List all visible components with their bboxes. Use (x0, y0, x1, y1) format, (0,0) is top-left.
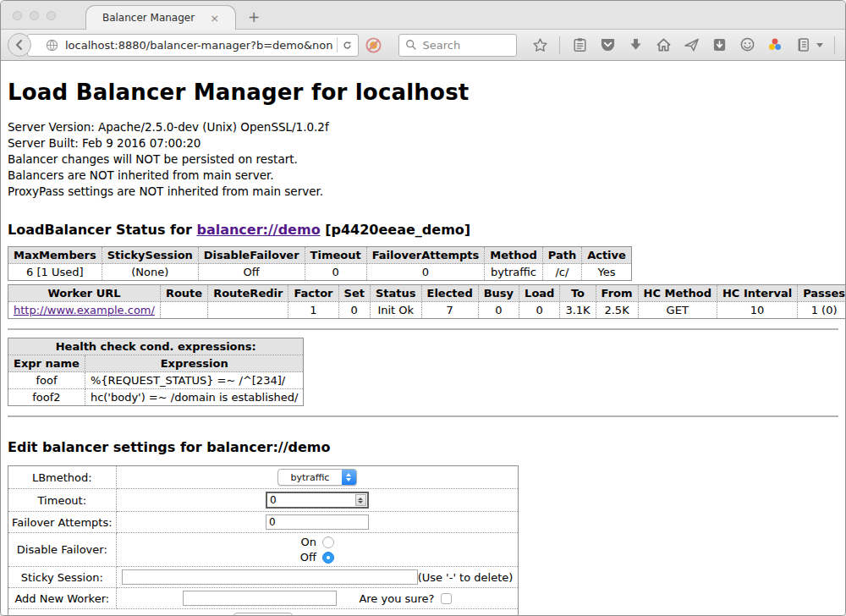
on-label: On (301, 536, 316, 548)
proxypass-notice: ProxyPass settings are NOT inherited fro… (8, 184, 838, 200)
timeout-value: 0 (267, 493, 354, 507)
table-header-row: Expr name Expression (8, 355, 304, 372)
col-stickysession: StickySession (102, 247, 198, 264)
table-row: 6 [1 Used] (None) Off 0 0 bytraffic /c/ … (8, 264, 632, 281)
disable-failover-on-radio[interactable] (322, 536, 334, 548)
loadbalancer-status-heading: LoadBalancer Status for balancer://demo … (8, 222, 838, 238)
save-to-device-icon[interactable] (711, 36, 728, 53)
form-row-sticky-session: Sticky Session: (Use '-' to delete) (8, 567, 519, 588)
bookmark-star-icon[interactable] (531, 36, 548, 53)
off-label: Off (300, 551, 316, 564)
sticky-session-hint: (Use '-' to delete) (418, 571, 514, 584)
balancer-status-table: MaxMembers StickySession DisableFailover… (8, 246, 632, 281)
table-header-row: MaxMembers StickySession DisableFailover… (8, 247, 632, 264)
inherit-notice: Balancers are NOT inherited from main se… (8, 168, 838, 184)
col-path: Path (542, 247, 581, 264)
health-table-title: Health check cond. expressions: (8, 338, 304, 355)
failover-attempts-label: Failover Attempts: (8, 512, 117, 533)
hello-smiley-icon[interactable] (739, 36, 755, 53)
col-disablefailover: DisableFailover (198, 247, 305, 264)
close-tab-icon[interactable]: × (210, 12, 219, 25)
col-failoverattempts: FailoverAttempts (366, 247, 485, 264)
col-expr-name: Expr name (8, 355, 85, 372)
page-content: Load Balancer Manager for localhost Serv… (1, 61, 845, 615)
balancer-demo-link[interactable]: balancer://demo (196, 222, 320, 238)
server-built: Server Built: Feb 9 2016 07:00:20 (8, 135, 838, 151)
back-button[interactable] (8, 33, 31, 57)
form-row-failover-attempts: Failover Attempts: (8, 512, 519, 533)
col-active: Active (582, 247, 632, 264)
window-controls (13, 11, 56, 20)
col-maxmembers: MaxMembers (8, 247, 102, 264)
add-new-worker-label: Add New Worker: (8, 588, 117, 609)
section-divider (8, 328, 838, 330)
reload-icon[interactable] (341, 36, 358, 53)
lbmethod-select[interactable]: bytraffic (277, 469, 357, 486)
zoom-window-button[interactable] (47, 11, 56, 20)
blocked-content-icon[interactable] (365, 36, 382, 54)
worker-url-link[interactable]: http://www.example.com/ (14, 304, 155, 316)
worker-table: Worker URL Route RouteRedir Factor Set S… (8, 284, 845, 319)
colors-extension-icon[interactable] (766, 36, 783, 53)
toolbar-divider (559, 36, 560, 54)
status-heading-suffix: [p4420eeae_demo] (321, 222, 471, 238)
navigation-toolbar (1, 30, 845, 61)
tab-balancer-manager[interactable]: Balancer Manager × (85, 5, 236, 30)
section-divider (8, 415, 838, 417)
search-input[interactable] (423, 39, 511, 52)
server-version: Server Version: Apache/2.5.0-dev (Unix) … (8, 119, 838, 135)
sticky-session-label: Sticky Session: (8, 567, 117, 588)
page-title: Load Balancer Manager for localhost (8, 61, 838, 119)
balancer-settings-form: LBmethod: bytraffic Timeout: 0 (8, 465, 519, 615)
browser-window: Balancer Manager × + (0, 0, 846, 616)
worker-row: http://www.example.com/ 1 0 Init Ok 7 0 … (8, 302, 846, 319)
globe-icon (43, 36, 60, 53)
form-row-timeout: Timeout: 0 (8, 489, 519, 512)
chevron-down-icon[interactable] (816, 43, 823, 47)
table-header-row: Worker URL Route RouteRedir Factor Set S… (8, 285, 846, 302)
pocket-icon[interactable] (599, 36, 616, 53)
send-tab-icon[interactable] (683, 36, 700, 53)
edit-settings-heading: Edit balancer settings for balancer://de… (8, 439, 838, 455)
failover-attempts-input[interactable] (266, 514, 369, 530)
reading-list-icon[interactable] (571, 36, 588, 53)
col-timeout: Timeout (305, 247, 366, 264)
disable-failover-off-radio[interactable] (322, 552, 334, 564)
timeout-label: Timeout: (8, 489, 117, 512)
are-you-sure-label: Are you sure? (359, 592, 434, 605)
url-divider (337, 37, 338, 52)
form-row-add-worker: Add New Worker: Are you sure? (8, 588, 519, 609)
toolbar-divider (834, 36, 835, 54)
tab-bar: Balancer Manager × + (1, 1, 845, 30)
status-heading-prefix: LoadBalancer Status for (8, 222, 196, 238)
close-window-button[interactable] (13, 11, 22, 20)
disable-failover-label: Disable Failover: (8, 533, 117, 567)
submit-button[interactable]: Submit (233, 613, 294, 615)
col-expression: Expression (85, 355, 304, 372)
server-info: Server Version: Apache/2.5.0-dev (Unix) … (8, 119, 838, 200)
col-method: Method (485, 247, 542, 264)
downloads-icon[interactable] (627, 36, 644, 53)
new-tab-button[interactable]: + (248, 10, 260, 25)
url-bar[interactable] (27, 34, 359, 57)
notes-panel-icon[interactable] (794, 36, 811, 53)
table-title-row: Health check cond. expressions: (8, 338, 304, 355)
search-bar[interactable] (398, 34, 517, 57)
table-row: foof %{REQUEST_STATUS} =~ /^[234]/ (8, 372, 304, 389)
tab-title: Balancer Manager (102, 12, 195, 24)
lbmethod-selected-value: bytraffic (278, 470, 342, 485)
are-you-sure-checkbox[interactable] (441, 593, 452, 604)
minimize-window-button[interactable] (30, 11, 39, 20)
form-row-lbmethod: LBmethod: bytraffic (8, 466, 519, 489)
number-spinner-icon[interactable] (355, 494, 366, 506)
back-arrow-icon (11, 36, 28, 53)
health-check-table: Health check cond. expressions: Expr nam… (8, 338, 304, 406)
sticky-session-input[interactable] (122, 569, 418, 585)
col-worker-url: Worker URL (8, 285, 161, 302)
url-input[interactable] (65, 39, 333, 52)
timeout-input[interactable]: 0 (266, 492, 369, 509)
toolbar-icons (531, 36, 846, 54)
select-stepper-icon (342, 470, 356, 485)
add-worker-input[interactable] (183, 591, 337, 606)
home-icon[interactable] (655, 36, 672, 53)
